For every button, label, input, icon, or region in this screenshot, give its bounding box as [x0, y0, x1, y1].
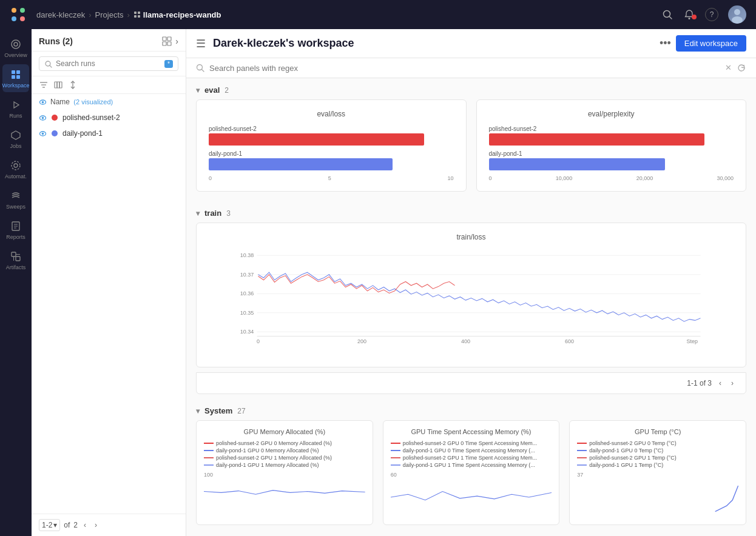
legend-label: polished-sunset-2 GPU 1 Time Spent Acces… [403, 455, 538, 461]
gpu-memory-legend: polished-sunset-2 GPU 0 Memory Allocated… [204, 440, 365, 468]
runs-column-header: Name (2 visualized) [32, 94, 186, 110]
train-next-arrow[interactable]: › [729, 378, 736, 389]
panel-search-icon [196, 64, 204, 72]
sidebar-item-reports[interactable]: Reports [2, 216, 29, 244]
legend-item: polished-sunset-2 GPU 0 Time Spent Acces… [391, 440, 552, 446]
bar-row: daily-pond-1 [209, 150, 454, 170]
train-section-count: 3 [226, 209, 231, 218]
svg-rect-18 [16, 75, 20, 79]
sort-icon[interactable] [68, 80, 78, 90]
search-input[interactable] [56, 59, 161, 68]
eye-icon [39, 98, 47, 106]
hamburger-icon[interactable]: ☰ [196, 37, 206, 50]
sidebar-item-automations[interactable]: Automat. [2, 155, 29, 183]
run-eye-icon[interactable] [39, 130, 47, 138]
page-title: Darek-kleczek's workspace [213, 37, 354, 50]
bar-row: daily-pond-1 [489, 150, 734, 170]
edit-workspace-button[interactable]: Edit workspace [676, 35, 746, 52]
svg-rect-17 [12, 75, 15, 79]
bar-track [209, 133, 454, 146]
columns-icon[interactable] [53, 80, 63, 90]
notification-bell[interactable] [683, 8, 695, 21]
panel-search-input[interactable] [209, 64, 720, 73]
runs-list: polished-sunset-2 daily-pond-1 [32, 110, 186, 514]
system-chevron: ▾ [196, 407, 200, 415]
svg-point-0 [12, 8, 16, 13]
bar-label: daily-pond-1 [209, 150, 454, 157]
legend-line [391, 464, 400, 466]
runs-toolbar [32, 76, 186, 94]
app-body: Overview Workspace Runs Jobs Automat. [0, 29, 756, 536]
legend-label: daily-pond-1 GPU 0 Time Spent Accessing … [403, 447, 535, 454]
sidebar-item-sweeps[interactable]: Sweeps [2, 186, 29, 213]
filter-icon[interactable] [39, 80, 49, 90]
search-icon [44, 60, 52, 68]
sidebar-item-artifacts[interactable]: Artifacts [2, 246, 29, 274]
clear-search-icon[interactable]: ✕ [725, 63, 732, 73]
run-item[interactable]: polished-sunset-2 [32, 110, 186, 126]
runs-panel: Runs (2) › * Name (2 visualized) [32, 29, 186, 536]
run-item[interactable]: daily-pond-1 [32, 126, 186, 141]
bar-axis: 010,00020,00030,000 [489, 175, 734, 181]
next-page-arrow[interactable]: › [92, 520, 100, 531]
breadcrumb-current: llama-recipes-wandb [133, 10, 221, 19]
jobs-icon [9, 129, 22, 142]
more-options-button[interactable]: ••• [660, 37, 671, 50]
prev-page-arrow[interactable]: ‹ [81, 520, 89, 531]
train-pagination-text: 1-1 of 3 [687, 379, 712, 387]
refresh-icon[interactable] [737, 63, 746, 73]
search-box[interactable]: * [39, 56, 178, 71]
svg-point-11 [734, 9, 740, 15]
sidebar-item-runs[interactable]: Runs [2, 95, 29, 122]
gpu-memory-title: GPU Memory Allocated (%) [204, 428, 365, 435]
gpu-temp-svg [577, 479, 738, 515]
gpu-temp-legend: polished-sunset-2 GPU 0 Temp (°C) daily-… [577, 440, 738, 468]
legend-label: polished-sunset-2 GPU 0 Memory Allocated… [216, 440, 332, 446]
system-section-label: System [204, 406, 232, 415]
run-name: polished-sunset-2 [62, 113, 120, 122]
eval-perplexity-title: eval/perplexity [487, 110, 737, 118]
legend-label: polished-sunset-2 GPU 0 Time Spent Acces… [403, 440, 538, 446]
eval-section: ▾ eval 2 eval/loss polished-sunset-2 [186, 78, 756, 201]
legend-item: daily-pond-1 GPU 0 Temp (°C) [577, 447, 738, 454]
avatar[interactable] [728, 5, 746, 24]
breadcrumb: darek-kleczek › Projects › llama-recipes… [36, 10, 221, 19]
table-view-icon[interactable] [162, 36, 172, 46]
legend-item: daily-pond-1 GPU 0 Memory Allocated (%) [204, 447, 365, 454]
page-select[interactable]: 1-2 ▾ [39, 519, 60, 531]
breadcrumb-user[interactable]: darek-kleczek [36, 10, 85, 19]
bar-fill [489, 158, 666, 170]
svg-point-47 [42, 116, 44, 119]
legend-item: daily-pond-1 GPU 1 Temp (°C) [577, 462, 738, 468]
svg-rect-6 [134, 15, 137, 18]
main-content: ☰ Darek-kleczek's workspace ••• Edit wor… [186, 29, 756, 536]
sidebar-item-workspace[interactable]: Workspace [2, 64, 29, 92]
search-icon[interactable] [661, 8, 673, 21]
train-section-header[interactable]: ▾ train 3 [186, 201, 756, 223]
eval-section-header[interactable]: ▾ eval 2 [186, 78, 756, 99]
topbar-right: ? [661, 5, 746, 24]
svg-line-36 [50, 65, 52, 67]
column-name-label: Name (2 visualized) [50, 98, 113, 106]
legend-label: polished-sunset-2 GPU 0 Temp (°C) [589, 440, 677, 446]
help-icon[interactable]: ? [705, 8, 718, 21]
sidebar-item-jobs[interactable]: Jobs [2, 125, 29, 153]
gpu-time-title: GPU Time Spent Accessing Memory (%) [391, 428, 552, 435]
legend-item: polished-sunset-2 GPU 1 Temp (°C) [577, 455, 738, 461]
svg-rect-34 [167, 42, 171, 45]
bar-axis: 0510 [209, 175, 454, 181]
breadcrumb-projects[interactable]: Projects [95, 10, 124, 19]
svg-line-9 [670, 17, 672, 19]
sweeps-icon [9, 189, 22, 203]
svg-marker-20 [12, 131, 20, 139]
logo[interactable] [10, 6, 27, 23]
expand-icon[interactable]: › [175, 36, 178, 46]
legend-item: polished-sunset-2 GPU 0 Temp (°C) [577, 440, 738, 446]
svg-point-10 [689, 18, 690, 19]
automations-icon [9, 159, 22, 172]
system-section-header[interactable]: ▾ System 27 [186, 399, 756, 420]
run-eye-icon[interactable] [39, 114, 47, 122]
breadcrumb-sep1: › [89, 10, 91, 19]
sidebar-item-overview[interactable]: Overview [2, 34, 29, 62]
train-prev-arrow[interactable]: ‹ [717, 378, 724, 389]
